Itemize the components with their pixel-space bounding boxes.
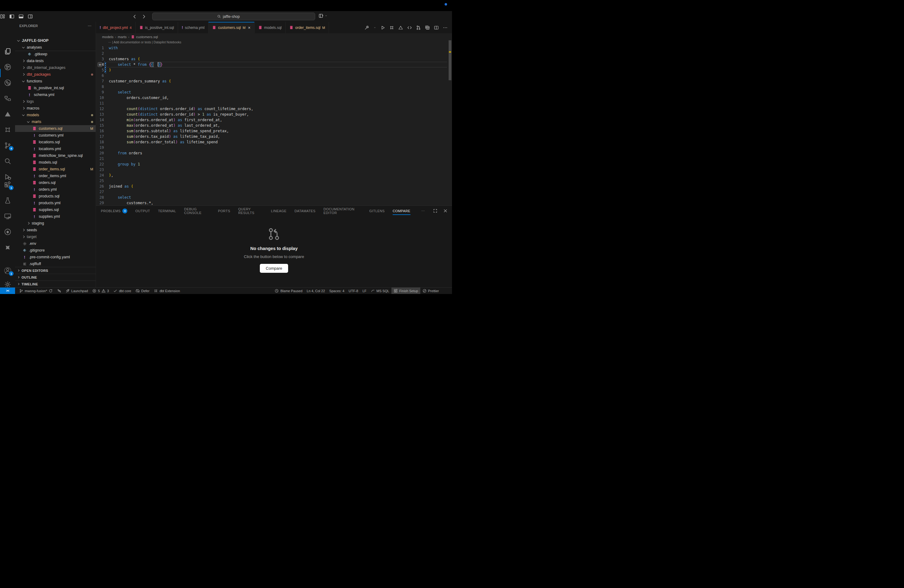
tree-item-locations-sql[interactable]: locations.sql bbox=[15, 139, 96, 145]
hammer-action-icon[interactable] bbox=[364, 25, 369, 30]
tree-item-macros[interactable]: macros bbox=[15, 105, 96, 112]
code-line-17[interactable]: 17 sum(orders.tax_paid) as lifetime_tax_… bbox=[96, 134, 452, 139]
panel-tab-problems[interactable]: PROBLEMS8 bbox=[101, 206, 127, 216]
copilot-menu-button[interactable] bbox=[319, 13, 328, 19]
code-line-19[interactable]: 19 bbox=[96, 145, 452, 150]
code-line-11[interactable]: 11 bbox=[96, 101, 452, 106]
status-notifications[interactable] bbox=[441, 288, 450, 294]
tab-models-sql[interactable]: models.sql bbox=[254, 22, 286, 33]
code-action-icon[interactable] bbox=[407, 25, 412, 30]
activity-dbt-button[interactable] bbox=[3, 125, 12, 134]
tree-item-products-yml[interactable]: !products.yml bbox=[15, 199, 96, 206]
section-timeline[interactable]: TIMELINE bbox=[15, 280, 96, 287]
code-line-28[interactable]: 28 select bbox=[96, 194, 452, 200]
code-line-12[interactable]: 12 count(distinct orders.order_id) as co… bbox=[96, 106, 452, 112]
status-language-mode[interactable]: MS SQL bbox=[369, 288, 392, 294]
status-defer[interactable]: Defer bbox=[133, 288, 152, 294]
status-indentation[interactable]: Spaces: 4 bbox=[327, 288, 346, 294]
section-open-editors[interactable]: OPEN EDITORS bbox=[15, 267, 96, 274]
tree-item-products-sql[interactable]: products.sql bbox=[15, 193, 96, 199]
activity-source-control-button[interactable]: 4 bbox=[3, 141, 12, 149]
maximize-panel-icon[interactable] bbox=[433, 209, 438, 213]
activity-remote-explorer-button[interactable] bbox=[3, 212, 12, 220]
code-line-7[interactable]: 7customer_orders_summary as ( bbox=[96, 78, 452, 84]
tab-schema-yml[interactable]: !schema.yml bbox=[178, 22, 209, 33]
code-line-22[interactable]: 22 group by 1 bbox=[96, 161, 452, 167]
breadcrumb[interactable]: models›marts›customers.sql bbox=[96, 33, 452, 40]
breadcrumb-item[interactable]: customers.sql bbox=[136, 35, 158, 39]
compare-button[interactable]: Compare bbox=[260, 264, 288, 273]
panel-tab-lineage[interactable]: LINEAGE bbox=[271, 206, 286, 216]
table-copy-action-icon[interactable] bbox=[425, 25, 430, 30]
code-line-20[interactable]: 20 from orders bbox=[96, 150, 452, 156]
panel-tab-debug-console[interactable]: DEBUG CONSOLE bbox=[184, 206, 210, 216]
code-line-2[interactable]: 2 bbox=[96, 51, 452, 56]
status-eol[interactable]: LF bbox=[360, 288, 369, 294]
tree-item-order-items-sql[interactable]: order_items.sqlM bbox=[15, 166, 96, 172]
play-action-icon[interactable] bbox=[380, 25, 385, 30]
tree-item--gitkeep[interactable]: .gitkeep bbox=[15, 51, 96, 57]
activity-datapilot-button[interactable] bbox=[3, 110, 12, 118]
tree-item--sqlfluff[interactable]: .sqlfluff bbox=[15, 261, 96, 267]
code-line-29[interactable]: 29 customers.*, bbox=[96, 200, 452, 206]
mountain-outline-action-icon[interactable] bbox=[398, 25, 403, 30]
tree-item-locations-yml[interactable]: !locations.yml bbox=[15, 145, 96, 152]
panel-more-button[interactable]: ⋯ bbox=[422, 209, 425, 213]
status-finish-setup[interactable]: Finish Setup bbox=[392, 288, 420, 294]
status-cursor-position[interactable]: Ln 4, Col 22 bbox=[305, 288, 327, 294]
panel-tab-ports[interactable]: PORTS bbox=[218, 206, 230, 216]
panel-tab-documentation-editor[interactable]: DOCUMENTATION EDITOR bbox=[324, 206, 361, 216]
tree-item-schema-yml[interactable]: !schema.yml bbox=[15, 91, 96, 98]
breadcrumb-item[interactable]: models bbox=[102, 35, 114, 39]
tree-item-data-tests[interactable]: data-tests bbox=[15, 57, 96, 64]
panel-bottom-icon[interactable] bbox=[19, 14, 24, 19]
breadcrumb-item[interactable]: marts bbox=[118, 35, 127, 39]
tree-item-functions[interactable]: functions bbox=[15, 78, 96, 85]
status-dbt-extension[interactable]: dbt Extension bbox=[152, 288, 182, 294]
codelens-links[interactable]: ⋯ | Add documentation or tests | Datapil… bbox=[108, 41, 182, 44]
code-line-27[interactable]: 27 bbox=[96, 189, 452, 194]
code-line-5[interactable]: 5) bbox=[96, 67, 452, 73]
code-line-15[interactable]: 15 max(orders.ordered_at) as last_ordere… bbox=[96, 123, 452, 128]
code-line-4[interactable]: 4 select * from {{ }} bbox=[96, 62, 452, 67]
code-line-13[interactable]: 13 count(distinct orders.order_id) > 1 a… bbox=[96, 112, 452, 117]
code-line-8[interactable]: 8 bbox=[96, 84, 452, 90]
code-line-24[interactable]: 24), bbox=[96, 172, 452, 178]
tree-item-seeds[interactable]: seeds bbox=[15, 227, 96, 234]
panel-tab-output[interactable]: OUTPUT bbox=[135, 206, 150, 216]
tab-is-positive-int-sql[interactable]: is_positive_int.sql bbox=[136, 22, 178, 33]
code-line-3[interactable]: 3customers as ( bbox=[96, 56, 452, 62]
tree-item-staging[interactable]: staging bbox=[15, 220, 96, 227]
tab-order-items-sql[interactable]: order_items.sqlM bbox=[286, 22, 329, 33]
remote-indicator[interactable]: >< bbox=[0, 288, 15, 294]
status-blame-paused[interactable]: Blame Paused bbox=[272, 288, 304, 294]
status-git-branch[interactable]: mwong-fusion* bbox=[17, 288, 55, 294]
tree-item-models-sql[interactable]: models.sql bbox=[15, 159, 96, 166]
close-panel-icon[interactable] bbox=[443, 209, 448, 213]
panel-right-icon[interactable] bbox=[28, 14, 33, 19]
status-launchpad[interactable]: Launchpad bbox=[63, 288, 90, 294]
code-line-23[interactable]: 23 bbox=[96, 167, 452, 172]
tree-item-marts[interactable]: marts bbox=[15, 119, 96, 125]
tree-item-orders-yml[interactable]: !orders.yml bbox=[15, 186, 96, 193]
tree-item--pre-commit-config-yaml[interactable]: !.pre-commit-config.yaml bbox=[15, 254, 96, 261]
search-input[interactable] bbox=[223, 14, 251, 19]
forward-arrow-icon[interactable] bbox=[141, 14, 146, 19]
tree-item-customers-yml[interactable]: !customers.yml bbox=[15, 132, 96, 139]
tree-item-dbt-internal-packages[interactable]: dbt_internal_packages bbox=[15, 64, 96, 71]
section-outline[interactable]: OUTLINE bbox=[15, 274, 96, 280]
code-line-10[interactable]: 10 orders.customer_id, bbox=[96, 95, 452, 101]
activity-extensions-button[interactable]: 1 bbox=[3, 180, 12, 189]
panel-tab-datamates[interactable]: DATAMATES bbox=[295, 206, 316, 216]
activity-explorer-button[interactable] bbox=[3, 47, 12, 55]
panel-tab-terminal[interactable]: TERMINAL bbox=[158, 206, 176, 216]
status-encoding[interactable]: UTF-8 bbox=[346, 288, 360, 294]
tree-item--gitignore[interactable]: .gitignore bbox=[15, 247, 96, 254]
status-prettier[interactable]: Prettier bbox=[420, 288, 441, 294]
code-line-21[interactable]: 21 bbox=[96, 156, 452, 161]
editor-scrollbar[interactable] bbox=[449, 40, 451, 80]
panel-tab-query-results[interactable]: QUERY RESULTS bbox=[238, 206, 263, 216]
code-line-16[interactable]: 16 sum(orders.subtotal) as lifetime_spen… bbox=[96, 128, 452, 134]
command-center-search[interactable] bbox=[152, 13, 315, 20]
tree-item-models[interactable]: models bbox=[15, 112, 96, 119]
